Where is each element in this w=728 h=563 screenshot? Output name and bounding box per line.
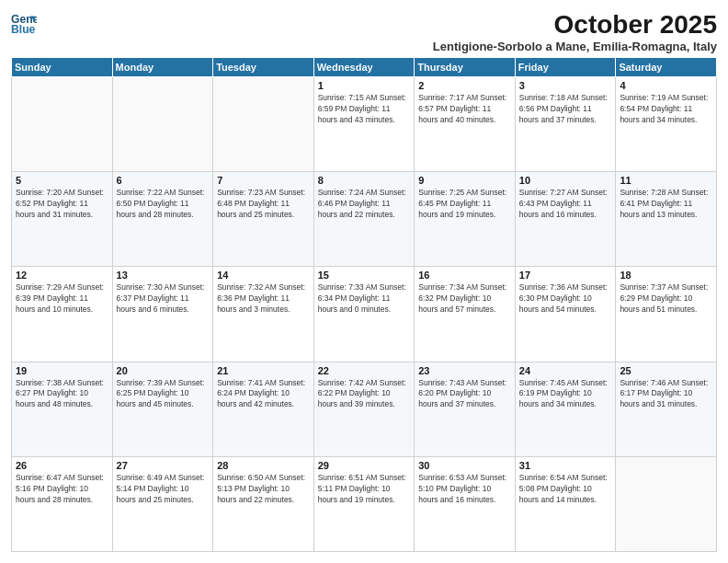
calendar-cell: 29Sunrise: 6:51 AM Sunset: 5:11 PM Dayli… [313,456,415,551]
day-info: Sunrise: 7:23 AM Sunset: 6:48 PM Dayligh… [217,188,310,221]
location-subtitle: Lentigione-Sorbolo a Mane, Emilia-Romagn… [433,40,717,53]
day-number: 28 [217,460,310,471]
day-info: Sunrise: 6:54 AM Sunset: 5:08 PM Dayligh… [519,473,612,506]
calendar-cell: 24Sunrise: 7:45 AM Sunset: 6:19 PM Dayli… [515,362,616,456]
day-number: 25 [620,365,712,376]
calendar-cell: 26Sunrise: 6:47 AM Sunset: 5:16 PM Dayli… [12,456,113,551]
calendar-cell: 21Sunrise: 7:41 AM Sunset: 6:24 PM Dayli… [213,362,314,456]
day-number: 27 [117,460,210,471]
svg-text:Blue: Blue [11,23,36,36]
day-info: Sunrise: 7:37 AM Sunset: 6:29 PM Dayligh… [620,282,712,316]
day-number: 14 [217,270,310,281]
calendar-cell: 19Sunrise: 7:38 AM Sunset: 6:27 PM Dayli… [12,362,113,456]
calendar-cell: 23Sunrise: 7:43 AM Sunset: 6:20 PM Dayli… [415,362,516,456]
day-number: 23 [418,365,511,376]
day-number: 5 [16,175,108,186]
day-info: Sunrise: 7:42 AM Sunset: 6:22 PM Dayligh… [318,378,411,411]
calendar-table: Sunday Monday Tuesday Wednesday Thursday… [11,57,717,552]
calendar-cell: 3Sunrise: 7:18 AM Sunset: 6:56 PM Daylig… [515,76,616,171]
title-area: October 2025 Lentigione-Sorbolo a Mane, … [433,11,717,53]
day-number: 30 [418,460,511,471]
calendar-cell: 16Sunrise: 7:34 AM Sunset: 6:32 PM Dayli… [415,267,516,362]
day-number: 13 [117,270,210,281]
day-info: Sunrise: 7:34 AM Sunset: 6:32 PM Dayligh… [418,282,511,316]
calendar-cell: 2Sunrise: 7:17 AM Sunset: 6:57 PM Daylig… [415,76,516,171]
logo-icon: General Blue [11,11,37,37]
calendar-cell: 14Sunrise: 7:32 AM Sunset: 6:36 PM Dayli… [213,267,314,362]
day-info: Sunrise: 7:28 AM Sunset: 6:41 PM Dayligh… [620,188,712,221]
calendar-cell: 5Sunrise: 7:20 AM Sunset: 6:52 PM Daylig… [12,172,113,267]
day-number: 2 [418,80,511,91]
day-info: Sunrise: 6:53 AM Sunset: 5:10 PM Dayligh… [418,473,511,506]
day-number: 7 [217,175,310,186]
day-number: 11 [620,175,712,186]
col-sunday: Sunday [12,57,113,76]
day-info: Sunrise: 7:39 AM Sunset: 6:25 PM Dayligh… [117,378,210,411]
day-info: Sunrise: 7:33 AM Sunset: 6:34 PM Dayligh… [318,282,411,316]
day-number: 1 [318,80,411,91]
day-info: Sunrise: 7:24 AM Sunset: 6:46 PM Dayligh… [318,188,411,221]
day-info: Sunrise: 7:29 AM Sunset: 6:39 PM Dayligh… [16,282,108,316]
calendar-cell: 20Sunrise: 7:39 AM Sunset: 6:25 PM Dayli… [112,362,213,456]
header-row: Sunday Monday Tuesday Wednesday Thursday… [12,57,717,76]
calendar-cell: 13Sunrise: 7:30 AM Sunset: 6:37 PM Dayli… [112,267,213,362]
calendar-cell: 11Sunrise: 7:28 AM Sunset: 6:41 PM Dayli… [616,172,717,267]
day-number: 22 [318,365,411,376]
calendar-cell [112,76,213,171]
day-info: Sunrise: 7:18 AM Sunset: 6:56 PM Dayligh… [519,93,612,126]
day-info: Sunrise: 7:36 AM Sunset: 6:30 PM Dayligh… [519,282,612,316]
calendar-cell: 15Sunrise: 7:33 AM Sunset: 6:34 PM Dayli… [313,267,415,362]
day-number: 15 [318,270,411,281]
day-info: Sunrise: 7:17 AM Sunset: 6:57 PM Dayligh… [418,93,511,126]
day-number: 8 [318,175,411,186]
col-monday: Monday [112,57,213,76]
calendar-cell: 28Sunrise: 6:50 AM Sunset: 5:13 PM Dayli… [213,456,314,551]
day-info: Sunrise: 7:30 AM Sunset: 6:37 PM Dayligh… [117,282,210,316]
day-info: Sunrise: 6:50 AM Sunset: 5:13 PM Dayligh… [217,473,310,506]
calendar-cell: 10Sunrise: 7:27 AM Sunset: 6:43 PM Dayli… [515,172,616,267]
day-number: 9 [418,175,511,186]
day-info: Sunrise: 6:49 AM Sunset: 5:14 PM Dayligh… [117,473,210,506]
calendar-cell: 27Sunrise: 6:49 AM Sunset: 5:14 PM Dayli… [112,456,213,551]
day-info: Sunrise: 7:25 AM Sunset: 6:45 PM Dayligh… [418,188,511,221]
day-info: Sunrise: 7:45 AM Sunset: 6:19 PM Dayligh… [519,378,612,411]
header: General Blue October 2025 Lentigione-Sor… [11,11,717,53]
day-number: 24 [519,365,612,376]
calendar-cell: 4Sunrise: 7:19 AM Sunset: 6:54 PM Daylig… [616,76,717,171]
week-row-2: 5Sunrise: 7:20 AM Sunset: 6:52 PM Daylig… [12,172,717,267]
day-info: Sunrise: 6:47 AM Sunset: 5:16 PM Dayligh… [16,473,108,506]
day-number: 17 [519,270,612,281]
calendar-cell: 31Sunrise: 6:54 AM Sunset: 5:08 PM Dayli… [515,456,616,551]
day-number: 16 [418,270,511,281]
day-info: Sunrise: 7:38 AM Sunset: 6:27 PM Dayligh… [16,378,108,411]
calendar-cell: 7Sunrise: 7:23 AM Sunset: 6:48 PM Daylig… [213,172,314,267]
calendar-cell: 25Sunrise: 7:46 AM Sunset: 6:17 PM Dayli… [616,362,717,456]
day-info: Sunrise: 7:41 AM Sunset: 6:24 PM Dayligh… [217,378,310,411]
day-number: 29 [318,460,411,471]
day-info: Sunrise: 7:15 AM Sunset: 6:59 PM Dayligh… [318,93,411,126]
calendar-cell: 9Sunrise: 7:25 AM Sunset: 6:45 PM Daylig… [415,172,516,267]
week-row-5: 26Sunrise: 6:47 AM Sunset: 5:16 PM Dayli… [12,456,717,551]
day-number: 20 [117,365,210,376]
calendar-cell: 30Sunrise: 6:53 AM Sunset: 5:10 PM Dayli… [415,456,516,551]
calendar-cell: 1Sunrise: 7:15 AM Sunset: 6:59 PM Daylig… [313,76,415,171]
month-title: October 2025 [433,11,717,40]
day-info: Sunrise: 7:19 AM Sunset: 6:54 PM Dayligh… [620,93,712,126]
day-number: 31 [519,460,612,471]
day-number: 19 [16,365,108,376]
day-number: 4 [620,80,712,91]
col-thursday: Thursday [415,57,516,76]
calendar-cell: 22Sunrise: 7:42 AM Sunset: 6:22 PM Dayli… [313,362,415,456]
day-info: Sunrise: 7:46 AM Sunset: 6:17 PM Dayligh… [620,378,712,411]
col-saturday: Saturday [616,57,717,76]
col-wednesday: Wednesday [313,57,415,76]
day-info: Sunrise: 7:32 AM Sunset: 6:36 PM Dayligh… [217,282,310,316]
logo: General Blue [11,11,37,37]
calendar-cell: 12Sunrise: 7:29 AM Sunset: 6:39 PM Dayli… [12,267,113,362]
day-number: 18 [620,270,712,281]
day-info: Sunrise: 6:51 AM Sunset: 5:11 PM Dayligh… [318,473,411,506]
day-number: 26 [16,460,108,471]
day-number: 21 [217,365,310,376]
calendar-cell: 6Sunrise: 7:22 AM Sunset: 6:50 PM Daylig… [112,172,213,267]
week-row-3: 12Sunrise: 7:29 AM Sunset: 6:39 PM Dayli… [12,267,717,362]
